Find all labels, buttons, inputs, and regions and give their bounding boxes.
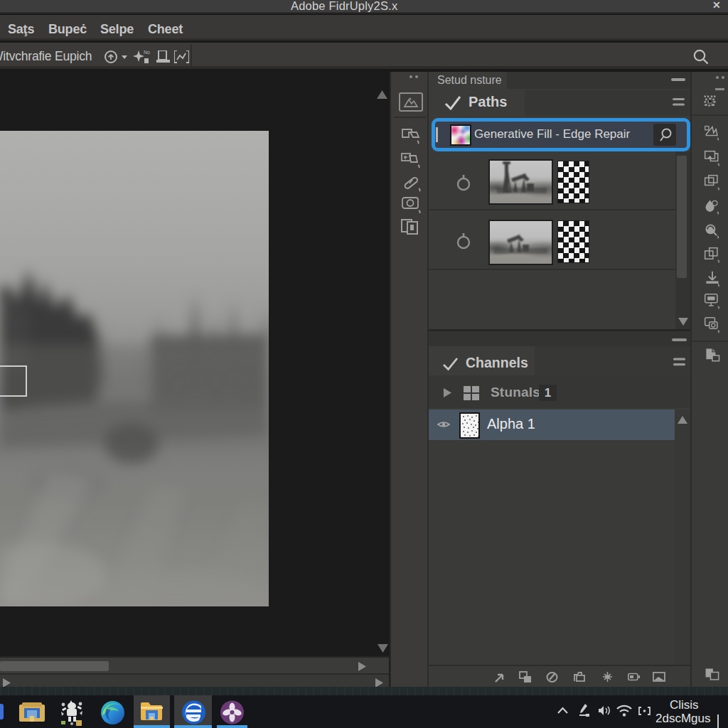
svg-text:No: No [144,50,150,55]
